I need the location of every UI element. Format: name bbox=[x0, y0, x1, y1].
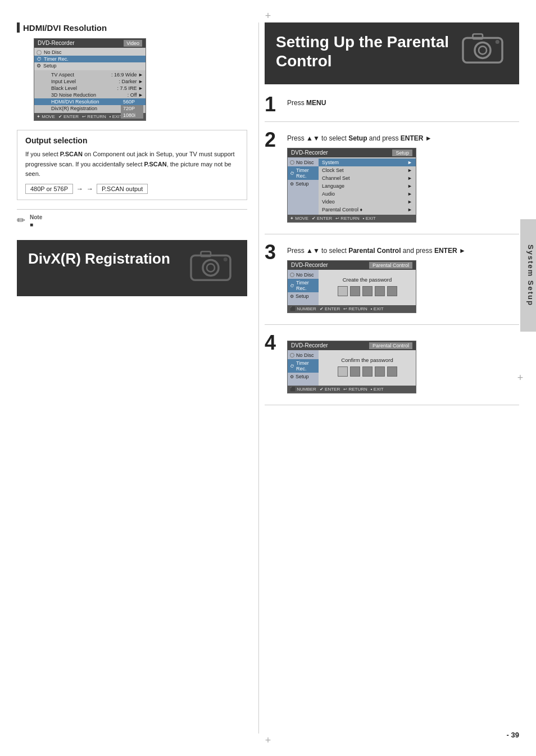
hdmi-menu-hdmi-resolution: HDMI/DVI Resolution 560P 720P 1080i bbox=[34, 98, 146, 105]
step-3-screen-tab: Parental Control bbox=[369, 262, 412, 269]
step-4-left-panel: No Disc ⏱ Timer Rec. ⚙ Setup bbox=[288, 350, 319, 386]
step-3-body-wrap: No Disc ⏱ Timer Rec. ⚙ Setup bbox=[288, 270, 416, 305]
pwd-box-4 bbox=[375, 286, 385, 296]
step-3-right-panel: Create the password bbox=[319, 270, 416, 305]
flow-arrow-1: → bbox=[76, 185, 83, 193]
pwd-box-1 bbox=[338, 286, 348, 296]
step-3-number: 3 bbox=[265, 242, 281, 262]
header-bar bbox=[17, 22, 20, 33]
step-1-number: 1 bbox=[265, 94, 281, 115]
step-4-footer: ⬛ NUMBER ✔ ENTER ↩ RETURN ▪ EXIT bbox=[288, 386, 416, 393]
step-1-hr bbox=[265, 121, 519, 122]
step-3-content: Press ▲▼ to select Parental Control and … bbox=[287, 242, 519, 318]
flow-pscan: P.SCAN output bbox=[97, 184, 148, 194]
system-setup-tab: System Setup bbox=[520, 219, 536, 332]
step-2-menu-channelset: Channel Set► bbox=[319, 174, 416, 182]
confirm-pwd-box-4 bbox=[375, 366, 385, 377]
hdmi-resolution-popup: 560P 720P 1080i bbox=[121, 98, 143, 119]
step-4-body-wrap: No Disc ⏱ Timer Rec. ⚙ Setup bbox=[288, 350, 416, 386]
step-4-screen-header: DVD-Recorder Parental Control bbox=[288, 341, 416, 350]
step-2-footer: ✦ MOVE ✔ ENTER ↩ RETURN ▪ EXIT bbox=[288, 215, 416, 222]
hdmi-title: HDMI/DVI Resolution bbox=[23, 23, 107, 33]
step-2-right-panel: System► Clock Set► Channel Set► Language… bbox=[319, 157, 416, 215]
step-3-row: 3 Press ▲▼ to select Parental Control an… bbox=[265, 242, 519, 318]
note-content: Note ■ bbox=[30, 214, 51, 229]
hdmi-section-header: HDMI/DVI Resolution bbox=[17, 22, 247, 33]
step-4-screen-tab: Parental Control bbox=[369, 342, 412, 349]
step-2-menu-parental: Parental Control ♦► bbox=[319, 206, 416, 214]
step-3-hr bbox=[265, 324, 519, 325]
step-4-content: DVD-Recorder Parental Control No Disc ⏱ … bbox=[287, 333, 519, 398]
side-tab-label: System Setup bbox=[526, 245, 535, 306]
confirm-password-boxes bbox=[324, 366, 410, 377]
step-4-hr bbox=[265, 405, 519, 405]
step-2-setup: ⚙ Setup bbox=[288, 180, 319, 188]
step-2-menu-video: Video► bbox=[319, 198, 416, 206]
left-column: HDMI/DVI Resolution DVD-Recorder Video N… bbox=[17, 22, 258, 734]
step-2-screen-tab: Setup bbox=[392, 150, 412, 156]
step-4-number: 4 bbox=[265, 333, 281, 353]
note-text: ■ bbox=[30, 220, 51, 229]
step-1-row: 1 Press MENU bbox=[265, 94, 519, 115]
pwd-box-3 bbox=[362, 286, 373, 296]
confirm-pwd-box-5 bbox=[387, 366, 397, 377]
step-2-row: 2 Press ▲▼ to select Setup and press ENT… bbox=[265, 130, 519, 227]
nodisc-icon bbox=[37, 50, 42, 55]
hdmi-screen-header: DVD-Recorder Video bbox=[34, 39, 146, 48]
step-2-nodisc: No Disc bbox=[288, 159, 319, 166]
step-2-screen-body: No Disc ⏱ Timer Rec. ⚙ Setup bbox=[288, 157, 416, 215]
flow-arrow-2: → bbox=[87, 185, 93, 193]
step-2-screen: DVD-Recorder Setup No Disc ⏱ T bbox=[287, 148, 416, 223]
step-2-menu-audio: Audio► bbox=[319, 190, 416, 198]
hdmi-row-setup: ⚙ Setup bbox=[34, 62, 146, 69]
divx-banner: DivX(R) Registration bbox=[17, 240, 247, 296]
pwd-box-5 bbox=[387, 286, 397, 296]
step-2-text: Press ▲▼ to select Setup and press ENTER… bbox=[287, 133, 519, 143]
crosshair-bottom bbox=[262, 735, 274, 746]
hdmi-row-timerrec: ⏱ Timer Rec. bbox=[34, 56, 146, 62]
parental-control-banner: Setting Up the Parental Control bbox=[265, 22, 519, 84]
note-section: ✏ Note ■ bbox=[17, 209, 247, 229]
step-4-row: 4 DVD-Recorder Parental Control No Disc bbox=[265, 333, 519, 398]
hdmi-menu-3d-noise: 3D Noise Reduction : Off ► bbox=[34, 92, 146, 98]
step-2-menu-system: System► bbox=[319, 159, 416, 166]
create-password-label: Create the password bbox=[324, 277, 410, 283]
step-4-nodisc: No Disc bbox=[288, 351, 319, 359]
output-flow: 480P or 576P → → P.SCAN output bbox=[25, 184, 239, 194]
divx-title: DivX(R) Registration bbox=[28, 250, 236, 268]
output-selection-text: If you select P.SCAN on Component out ja… bbox=[25, 150, 239, 179]
step-2-content: Press ▲▼ to select Setup and press ENTER… bbox=[287, 130, 519, 227]
confirm-password-label: Confirm the password bbox=[324, 357, 410, 363]
hdmi-row-nodisc: No Disc bbox=[34, 49, 146, 56]
crosshair-top bbox=[262, 10, 274, 21]
step-2-left-panel: No Disc ⏱ Timer Rec. ⚙ Setup bbox=[288, 157, 319, 215]
note-pencil-icon: ✏ bbox=[17, 214, 25, 229]
confirm-pwd-box-2 bbox=[350, 366, 360, 377]
note-label: Note bbox=[30, 214, 51, 220]
step-4-timerrec: ⏱ Timer Rec. bbox=[288, 359, 319, 373]
timer-icon: ⏱ bbox=[37, 56, 42, 62]
hdmi-menu-tv-aspect: TV Aspect : 16:9 Wide ► bbox=[34, 71, 146, 78]
hdmi-screen-tab: Video bbox=[124, 40, 142, 47]
create-password-boxes bbox=[324, 286, 410, 296]
step-3-screen: DVD-Recorder Parental Control No Disc ⏱ … bbox=[287, 260, 416, 313]
step-4-setup: ⚙ Setup bbox=[288, 373, 319, 381]
hdmi-screen-header-left: DVD-Recorder bbox=[38, 40, 75, 47]
step-2-menu-clockset: Clock Set► bbox=[319, 166, 416, 174]
hdmi-menu-area: TV Aspect : 16:9 Wide ► Input Level : Da… bbox=[34, 70, 146, 113]
step-3-nodisc: No Disc bbox=[288, 271, 319, 279]
step-4-right-panel: Confirm the password bbox=[319, 350, 416, 386]
confirm-pwd-box-3 bbox=[362, 366, 373, 377]
flow-480p: 480P or 576P bbox=[25, 184, 73, 194]
step-3-text: Press ▲▼ to select Parental Control and … bbox=[287, 246, 519, 256]
hdmi-screen: DVD-Recorder Video No Disc ⏱ Timer Rec. … bbox=[34, 38, 146, 121]
parental-control-title: Setting Up the Parental Control bbox=[276, 33, 508, 70]
hdmi-menu-black-level: Black Level : 7.5 IRE ► bbox=[34, 85, 146, 92]
step-1-content: Press MENU bbox=[287, 94, 519, 111]
step-3-footer: ⬛ NUMBER ✔ ENTER ↩ RETURN ▪ EXIT bbox=[288, 305, 416, 313]
step-3-left-panel: No Disc ⏱ Timer Rec. ⚙ Setup bbox=[288, 270, 319, 305]
step-3-screen-header: DVD-Recorder Parental Control bbox=[288, 261, 416, 270]
step-4-screen: DVD-Recorder Parental Control No Disc ⏱ … bbox=[287, 341, 416, 393]
step-2-screen-header: DVD-Recorder Setup bbox=[288, 148, 416, 157]
output-selection-title: Output selection bbox=[25, 136, 239, 145]
